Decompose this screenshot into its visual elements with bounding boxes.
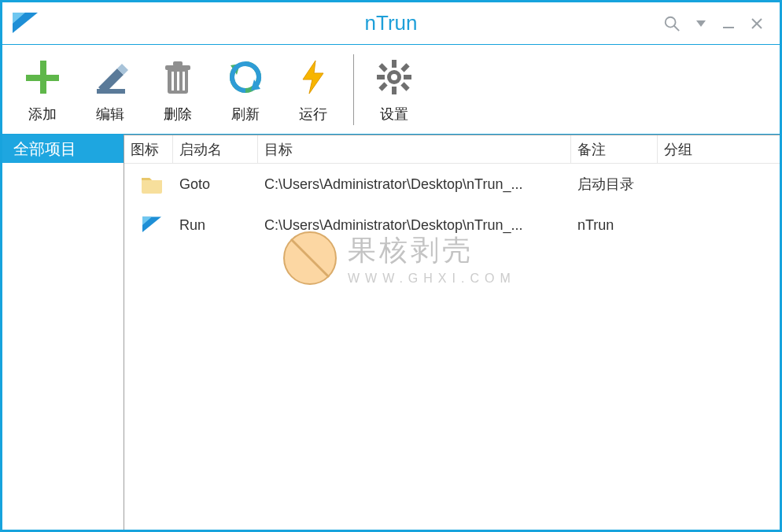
svg-rect-31 <box>378 82 387 91</box>
sidebar-item-all[interactable]: 全部项目 <box>2 135 124 163</box>
run-label: 运行 <box>299 105 327 124</box>
svg-point-23 <box>391 74 397 80</box>
list-header: 图标 启动名 目标 备注 分组 <box>124 135 780 164</box>
sidebar: 全部项目 <box>2 135 124 530</box>
svg-rect-28 <box>378 63 387 72</box>
col-header-name[interactable]: 启动名 <box>173 135 258 163</box>
plus-icon <box>21 56 64 98</box>
list-body: Goto C:\Users\Administrator\Desktop\nTru… <box>124 164 780 530</box>
svg-rect-16 <box>172 72 174 91</box>
svg-marker-4 <box>696 20 706 27</box>
delete-button[interactable]: 删除 <box>144 45 212 134</box>
svg-rect-5 <box>723 27 734 28</box>
app-logo-icon <box>7 6 43 42</box>
svg-rect-26 <box>377 75 385 79</box>
trash-icon <box>157 56 199 98</box>
refresh-label: 刷新 <box>231 105 260 124</box>
run-button[interactable]: 运行 <box>279 45 347 134</box>
svg-rect-29 <box>400 82 409 91</box>
dropdown-icon[interactable] <box>695 17 707 30</box>
add-label: 添加 <box>28 105 57 124</box>
col-header-icon[interactable]: 图标 <box>124 135 173 163</box>
content-area: 全部项目 图标 启动名 目标 备注 分组 Goto <box>2 135 780 530</box>
col-header-remark[interactable]: 备注 <box>571 135 658 163</box>
list-row[interactable]: Goto C:\Users\Administrator\Desktop\nTru… <box>124 164 780 205</box>
cell-name: Run <box>173 217 258 234</box>
svg-rect-27 <box>404 75 411 79</box>
settings-button[interactable]: 设置 <box>360 45 428 134</box>
item-list: 图标 启动名 目标 备注 分组 Goto C:\Users\Administra… <box>124 135 780 530</box>
col-header-group[interactable]: 分组 <box>658 135 780 163</box>
close-button[interactable] <box>750 17 764 31</box>
edit-button[interactable]: 编辑 <box>76 45 144 134</box>
add-button[interactable]: 添加 <box>9 45 76 134</box>
gear-icon <box>373 56 415 98</box>
svg-marker-21 <box>303 61 323 94</box>
svg-rect-24 <box>392 60 397 68</box>
folder-icon <box>124 172 173 197</box>
col-header-target[interactable]: 目标 <box>258 135 571 163</box>
svg-rect-30 <box>400 63 409 72</box>
window-controls <box>663 15 780 32</box>
bolt-icon <box>292 56 334 98</box>
titlebar: nTrun <box>2 2 780 45</box>
svg-rect-25 <box>392 87 397 94</box>
svg-rect-9 <box>26 75 59 81</box>
delete-label: 删除 <box>164 105 192 124</box>
list-row[interactable]: Run C:\Users\Administrator\Desktop\nTrun… <box>124 205 780 246</box>
watermark-url: WWW.GHXI.COM <box>348 272 516 286</box>
app-logo-icon <box>124 213 173 237</box>
svg-rect-17 <box>177 72 179 91</box>
edit-label: 编辑 <box>96 105 124 124</box>
settings-label: 设置 <box>380 105 408 124</box>
cell-target: C:\Users\Administrator\Desktop\nTrun_... <box>258 217 571 234</box>
search-icon[interactable] <box>663 15 681 32</box>
toolbar-separator <box>353 54 354 125</box>
cell-name: Goto <box>173 176 258 193</box>
refresh-icon <box>224 56 267 98</box>
refresh-button[interactable]: 刷新 <box>212 45 279 134</box>
cell-remark: nTrun <box>571 217 658 234</box>
cell-remark: 启动目录 <box>571 175 658 194</box>
toolbar: 添加 编辑 <box>2 45 780 135</box>
pencil-icon <box>89 56 131 98</box>
svg-rect-15 <box>173 61 183 66</box>
svg-point-2 <box>666 17 676 27</box>
svg-rect-18 <box>183 72 185 91</box>
app-window: nTrun 添加 <box>0 0 782 532</box>
cell-target: C:\Users\Administrator\Desktop\nTrun_... <box>258 176 571 193</box>
svg-line-3 <box>674 25 679 30</box>
minimize-button[interactable] <box>721 17 736 31</box>
